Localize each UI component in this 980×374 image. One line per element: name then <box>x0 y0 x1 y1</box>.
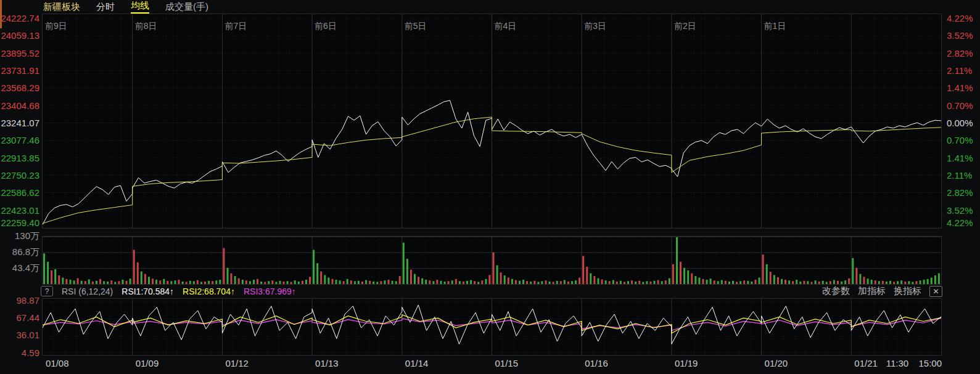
rsi3-value: RSI3:67.969↑ <box>244 287 296 296</box>
price-chart-plot[interactable] <box>42 14 942 229</box>
pct-axis-label: 3.52% <box>947 31 973 41</box>
day-label: 前5日 <box>405 21 427 32</box>
pct-axis-label: 1.41% <box>947 153 973 163</box>
price-axis-label: 22750.23 <box>0 171 39 181</box>
day-label: 前8日 <box>135 21 157 32</box>
price-axis-label: 23895.52 <box>0 49 39 59</box>
price-axis-label: 23568.29 <box>0 83 39 93</box>
pct-axis-label: 2.82% <box>947 49 973 59</box>
pct-axis-label: 0.70% <box>947 101 973 111</box>
rsi1-value: RSI1:70.584↑ <box>121 287 174 296</box>
pct-axis-label: 3.52% <box>947 206 973 216</box>
pct-axis-label: 4.22% <box>947 14 973 23</box>
symbol-name: 新疆板块 <box>43 1 80 13</box>
time-axis-label: 01/20 <box>765 358 788 368</box>
tab-junxian[interactable]: 均线 <box>131 0 149 14</box>
time-axis-label: 01/09 <box>136 358 159 368</box>
pct-axis-label: 0.70% <box>947 136 973 145</box>
time-axis-label: 01/14 <box>405 358 429 368</box>
time-axis-label: 11:30 <box>886 358 908 368</box>
pct-axis-label: 0.00% <box>947 118 973 128</box>
stock-chart-window: 新疆板块 分时 均线 成交量(手) ? RSI (6,12,24) RSI1:7… <box>0 0 980 374</box>
volume-axis-label: 43.4万 <box>0 263 39 273</box>
rsi-axis-label: 4.59 <box>0 348 39 358</box>
switch-indicator-button[interactable]: 换指标 <box>894 285 921 297</box>
rsi-chart-plot[interactable] <box>42 298 942 356</box>
time-axis-label: 01/13 <box>315 358 339 368</box>
pct-axis-label: 4.22% <box>947 218 973 228</box>
price-axis-label: 23077.46 <box>0 136 39 145</box>
close-icon[interactable]: ✕ <box>929 286 942 297</box>
volume-indicator-label[interactable]: 成交量(手) <box>165 1 208 13</box>
price-axis-label: 22913.85 <box>0 153 39 163</box>
volume-chart-plot[interactable] <box>42 236 942 285</box>
day-label: 前4日 <box>495 21 517 32</box>
price-axis-label: 23404.68 <box>0 101 39 111</box>
time-axis-label: 01/19 <box>675 358 698 368</box>
time-axis-label: 15:00 <box>918 358 942 368</box>
volume-axis-label: 86.8万 <box>0 247 39 257</box>
time-axis-label: 01/12 <box>225 358 249 368</box>
time-axis-label: 01/08 <box>46 358 69 368</box>
rsi-axis-label: 36.01 <box>0 330 39 340</box>
chart-toolbar: 新疆板块 分时 均线 成交量(手) <box>43 0 208 14</box>
pct-axis-label: 2.82% <box>947 188 973 198</box>
day-label: 前9日 <box>45 21 67 32</box>
price-axis-label: 22586.62 <box>0 188 39 198</box>
volume-axis-label: 130万 <box>0 231 39 241</box>
time-axis-label: 01/21 <box>854 358 878 368</box>
rsi-axis-label: 67.44 <box>0 313 39 323</box>
price-axis-label: 22259.40 <box>0 218 39 228</box>
price-axis-label: 24222.74 <box>0 14 39 23</box>
help-button[interactable]: ? <box>41 286 53 296</box>
rsi-axis-label: 98.87 <box>0 296 39 306</box>
add-indicator-button[interactable]: 加指标 <box>858 285 886 297</box>
day-label: 前1日 <box>764 21 786 32</box>
pct-axis-label: 1.41% <box>947 83 973 93</box>
change-params-button[interactable]: 改参数 <box>822 285 850 297</box>
pct-axis-label: 2.11% <box>947 171 972 181</box>
price-axis-label: 23241.07 <box>0 118 39 128</box>
price-axis-label: 23731.91 <box>0 66 39 76</box>
tab-fenshi[interactable]: 分时 <box>96 1 115 13</box>
time-axis-label: 01/16 <box>585 358 608 368</box>
price-axis-label: 24059.13 <box>0 31 39 41</box>
day-label: 前3日 <box>584 21 606 32</box>
day-label: 前7日 <box>224 21 247 32</box>
rsi-indicator-header: ? RSI (6,12,24) RSI1:70.584↑ RSI2:68.704… <box>0 285 980 298</box>
day-label: 前6日 <box>315 21 337 32</box>
day-label: 前2日 <box>674 21 696 32</box>
time-axis-label: 01/15 <box>495 358 519 368</box>
pct-axis-label: 2.11% <box>947 66 972 76</box>
rsi-indicator-name: RSI (6,12,24) <box>62 287 113 296</box>
rsi2-value: RSI2:68.704↑ <box>183 287 235 296</box>
price-axis-label: 22423.01 <box>0 206 39 216</box>
